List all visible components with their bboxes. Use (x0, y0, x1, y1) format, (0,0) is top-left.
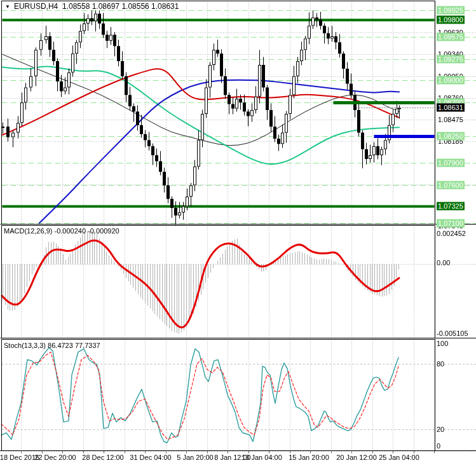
date-tick-label: 22 Dec 20:00 (34, 454, 76, 462)
symbol-dropdown-icon[interactable]: ▼ (5, 4, 10, 10)
macd-tick-label: -0.005105 (437, 330, 468, 338)
price-level-label-light: 1.09000 (437, 76, 465, 85)
price-level-label-light: 1.07900 (437, 159, 465, 167)
price-tick-label: 1.08475 (437, 116, 465, 124)
date-tick-label: 13 Jan 04:00 (241, 454, 282, 462)
price-level-label-light: 1.09925 (437, 6, 465, 15)
stoch-tick-label: 20 (437, 426, 444, 434)
price-level-label-light: 1.09575 (437, 33, 465, 41)
stoch-tick-label: 100 (437, 340, 448, 348)
stoch-tick-label: 0 (437, 442, 440, 450)
ohlc-values: 1.08558 1.08697 1.08556 1.08631 (62, 2, 179, 11)
date-tick-label: 18 Dec 2015 (0, 454, 39, 462)
price-level-label-dark: 1.09800 (437, 16, 465, 24)
date-tick-label: 31 Dec 04:00 (130, 454, 171, 462)
price-level-label-light: 1.07600 (437, 181, 465, 190)
chart-title: ▼EURUSD,H4 1.08558 1.08697 1.08556 1.086… (5, 2, 179, 11)
macd-tick-label: 0.00 (437, 259, 450, 267)
price-level-label-light: 1.08250 (437, 132, 465, 141)
stoch-indicator-label: Stoch(13,3,3) 86.4723 77.7337 (4, 342, 100, 350)
price-level-label-dark: 1.07325 (437, 202, 465, 211)
macd-indicator-label: MACD(12,26,9) -0.000240 -0.000920 (4, 227, 119, 235)
trading-chart-window: ▼EURUSD,H4 1.08558 1.08697 1.08556 1.086… (0, 0, 476, 465)
price-level-label-current: 1.08631 (437, 104, 465, 112)
date-tick-label: 5 Jan 20:00 (177, 454, 214, 462)
date-tick-label: 15 Jan 20:00 (289, 454, 329, 462)
date-tick-label: 25 Jan 04:00 (379, 454, 419, 462)
stoch-tick-label: 80 (437, 360, 444, 368)
date-tick-label: 20 Jan 12:00 (336, 454, 377, 462)
price-level-label-light: 1.09275 (437, 55, 465, 64)
price-level-label-light: 1.07100 (437, 219, 465, 228)
date-tick-label: 28 Dec 12:00 (82, 454, 123, 462)
macd-tick-label: 0.002452 (437, 230, 466, 238)
symbol-period-label: EURUSD,H4 (14, 2, 58, 11)
